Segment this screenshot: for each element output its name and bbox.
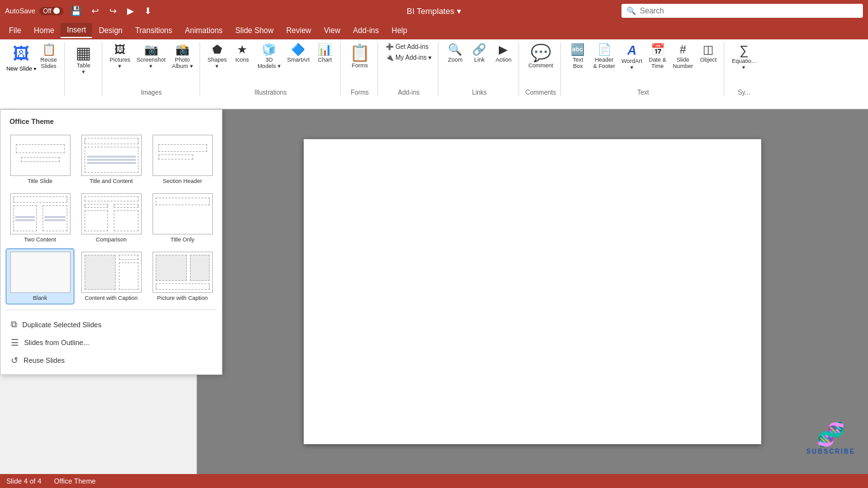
autosave-toggle[interactable]: Off xyxy=(39,7,64,15)
pictures-button[interactable]: 🖼 Pictures▾ xyxy=(107,42,133,71)
title-bar-right: 🔍 xyxy=(621,4,863,18)
reuse-slides-label: ReuseSlides xyxy=(41,57,57,69)
comment-button[interactable]: 💬 Comment xyxy=(524,42,557,71)
get-addins-button[interactable]: ➕ Get Add-ins xyxy=(383,42,431,51)
reuse-slides-button[interactable]: 📋 ReuseSlides xyxy=(37,42,60,71)
menu-item-insert[interactable]: Insert xyxy=(60,23,92,38)
layout-blank[interactable]: Blank xyxy=(6,248,74,304)
link-icon: 🔗 xyxy=(472,44,486,55)
layout-picture-caption[interactable]: Picture with Caption xyxy=(148,248,217,304)
get-addins-icon: ➕ xyxy=(386,43,393,50)
my-addins-button[interactable]: 🔌 My Add-ins ▾ xyxy=(383,53,434,62)
menu-item-animations[interactable]: Animations xyxy=(179,24,229,37)
new-slide-group[interactable]: 🖼 New Slide ▾ xyxy=(6,42,36,72)
status-bar: Slide 4 of 4 Office Theme xyxy=(0,474,868,488)
autosave-label: AutoSave xyxy=(5,7,36,15)
link-button[interactable]: 🔗 Link xyxy=(468,42,491,65)
layout-section-header[interactable]: Section Header xyxy=(148,132,217,187)
icons-button[interactable]: ★ Icons xyxy=(231,42,254,65)
outline-icon: ☰ xyxy=(11,337,19,348)
wordart-button[interactable]: A WordArt▾ xyxy=(619,42,645,72)
new-slide-arrow[interactable]: ▾ xyxy=(34,66,36,72)
reuse-slides-icon: 📋 xyxy=(42,44,56,55)
present-button[interactable]: ▶ xyxy=(124,4,137,17)
forms-button[interactable]: 📋 Forms xyxy=(346,42,374,71)
ribbon-group-forms: 📋 Forms Forms xyxy=(342,42,378,96)
date-time-label: Date &Time xyxy=(649,57,667,69)
date-time-button[interactable]: 📅 Date &Time xyxy=(646,42,669,71)
menu-item-addins[interactable]: Add-ins xyxy=(347,24,386,37)
new-slide-label-area[interactable]: New Slide ▾ xyxy=(6,65,36,72)
reuse-slides-action[interactable]: ↺ Reuse Slides xyxy=(6,351,217,369)
photo-album-button[interactable]: 📸 PhotoAlbum ▾ xyxy=(170,42,196,71)
layout-content-caption[interactable]: Content with Caption xyxy=(77,248,146,304)
menu-item-slideshow[interactable]: Slide Show xyxy=(229,24,280,37)
layout-title-only[interactable]: Title Only xyxy=(148,190,217,246)
ribbon-slides-items: 🖼 New Slide ▾ 📋 ReuseSlides xyxy=(6,42,60,95)
ribbon-content: 🖼 New Slide ▾ 📋 ReuseSlides ▦ xyxy=(0,39,868,109)
comment-icon: 💬 xyxy=(531,44,551,61)
wordart-icon: A xyxy=(627,44,636,57)
equation-label: Equatio...▾ xyxy=(732,58,756,71)
slide-number-button[interactable]: # SlideNumber xyxy=(670,42,696,71)
search-input[interactable] xyxy=(640,6,858,15)
canvas-area: 🧬 SUBSCRIBE xyxy=(197,109,868,474)
zoom-button[interactable]: 🔍 Zoom xyxy=(444,42,466,65)
smartart-button[interactable]: 🔷 SmartArt xyxy=(285,42,313,65)
ribbon-group-illustrations: ⬟ Shapes▾ ★ Icons 🧊 3DModels ▾ 🔷 SmartAr… xyxy=(201,42,341,96)
layout-thumb-comparison xyxy=(81,193,142,234)
ribbon-group-text: 🔤 TextBox 📄 Header& Footer A WordArt▾ 📅 … xyxy=(562,42,724,96)
menu-item-view[interactable]: View xyxy=(318,24,347,37)
action-button[interactable]: ▶ Action xyxy=(492,42,515,65)
new-slide-dropdown: Office Theme Title Slide xyxy=(0,109,222,375)
ribbon-group-slides: 🖼 New Slide ▾ 📋 ReuseSlides xyxy=(3,42,65,96)
forms-group-label: Forms xyxy=(351,89,369,96)
ribbon-group-symbols: ∑ Equatio...▾ Sy... xyxy=(726,42,763,96)
ribbon-comments-items: 💬 Comment xyxy=(524,42,557,88)
duplicate-icon: ⧉ xyxy=(11,319,17,330)
comments-group-label: Comments xyxy=(526,89,556,96)
title-dropdown-icon[interactable]: ▾ xyxy=(457,6,461,16)
layout-title-slide[interactable]: Title Slide xyxy=(6,132,74,187)
layout-title-content[interactable]: Title and Content xyxy=(77,132,146,187)
text-box-button[interactable]: 🔤 TextBox xyxy=(566,42,589,71)
ribbon-group-images: 🖼 Pictures▾ 📷 Screenshot▾ 📸 PhotoAlbum ▾… xyxy=(104,42,200,96)
subscribe-text: SUBSCRIBE xyxy=(806,448,855,455)
menu-bar: File Home Insert Design Transitions Anim… xyxy=(0,22,868,39)
table-button[interactable]: ▦ Table▾ xyxy=(70,42,98,78)
header-footer-button[interactable]: 📄 Header& Footer xyxy=(590,42,618,71)
equation-button[interactable]: ∑ Equatio...▾ xyxy=(729,42,759,72)
3d-models-button[interactable]: 🧊 3DModels ▾ xyxy=(255,42,283,71)
redo-button[interactable]: ↪ xyxy=(106,4,120,17)
layout-two-content[interactable]: Two Content xyxy=(6,190,74,246)
layout-name-section-header: Section Header xyxy=(163,178,202,184)
customize-button[interactable]: ⬇ xyxy=(141,4,155,17)
chart-button[interactable]: 📊 Chart xyxy=(313,42,336,65)
reuse-label: Reuse Slides xyxy=(24,356,65,364)
screenshot-button[interactable]: 📷 Screenshot▾ xyxy=(134,42,168,71)
object-button[interactable]: ◫ Object xyxy=(697,42,720,65)
search-box[interactable]: 🔍 xyxy=(621,4,863,18)
duplicate-slides-action[interactable]: ⧉ Duplicate Selected Slides xyxy=(6,315,217,334)
menu-item-file[interactable]: File xyxy=(3,24,27,37)
comment-label: Comment xyxy=(528,62,553,69)
3d-models-icon: 🧊 xyxy=(262,44,276,55)
menu-item-review[interactable]: Review xyxy=(280,24,317,37)
layout-comparison[interactable]: Comparison xyxy=(77,190,146,246)
layout-thumb-content-caption xyxy=(81,252,142,293)
forms-label: Forms xyxy=(351,62,368,69)
menu-item-design[interactable]: Design xyxy=(92,24,128,37)
slides-from-outline-action[interactable]: ☰ Slides from Outline... xyxy=(6,334,217,351)
save-button[interactable]: 💾 xyxy=(67,4,85,17)
undo-button[interactable]: ↩ xyxy=(88,4,102,17)
slide-canvas xyxy=(304,139,761,444)
menu-item-help[interactable]: Help xyxy=(385,24,414,37)
new-slide-top[interactable]: 🖼 xyxy=(10,42,32,65)
link-label: Link xyxy=(474,57,485,63)
menu-item-home[interactable]: Home xyxy=(27,24,60,37)
menu-item-transitions[interactable]: Transitions xyxy=(129,24,179,37)
text-group-label: Text xyxy=(637,89,649,96)
icons-label: Icons xyxy=(235,57,249,63)
shapes-button[interactable]: ⬟ Shapes▾ xyxy=(205,42,230,71)
layout-name-two-content: Two Content xyxy=(24,236,57,243)
